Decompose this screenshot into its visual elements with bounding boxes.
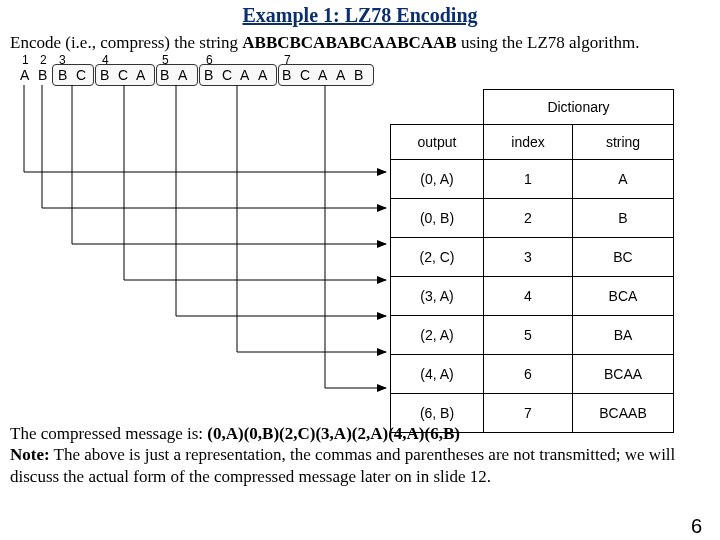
prompt-line: Encode (i.e., compress) the string ABBCB… xyxy=(10,33,710,53)
prompt-pre: Encode (i.e., compress) the string xyxy=(10,33,242,52)
prompt-post: using the LZ78 algorithm. xyxy=(457,33,640,52)
slide-title: Example 1: LZ78 Encoding xyxy=(0,4,720,27)
connector-lines xyxy=(10,53,710,423)
note-label: Note: xyxy=(10,445,50,464)
encoding-diagram: 1 2 3 4 5 6 7 A B B C B C A B A B C A A … xyxy=(10,53,710,423)
note-body: The above is just a representation, the … xyxy=(10,445,675,485)
page-number: 6 xyxy=(691,515,702,538)
msg-pre: The compressed message is: xyxy=(10,424,207,443)
note-line: Note: The above is just a representation… xyxy=(10,444,710,487)
prompt-string: ABBCBCABABCAABCAAB xyxy=(242,33,456,52)
